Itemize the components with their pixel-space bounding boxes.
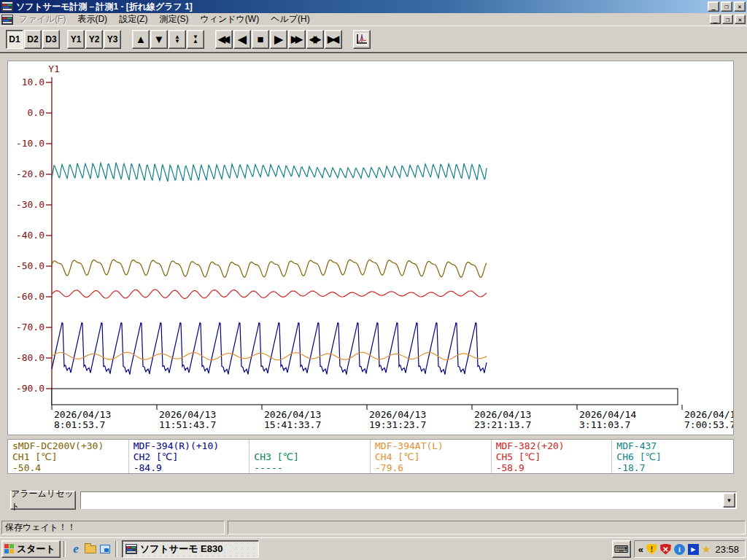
y-tick-label: -40.0 — [16, 230, 44, 241]
alarm-combo-value[interactable] — [81, 492, 722, 508]
chevron-down-icon: ▼ — [727, 497, 732, 504]
child-window-icon[interactable] — [1, 15, 13, 25]
y-tick-label: 0.0 — [28, 107, 44, 118]
show-desktop-icon — [100, 545, 110, 553]
graph-view-button[interactable] — [353, 30, 371, 49]
restore-button[interactable]: ❐ — [721, 1, 732, 12]
x-tick-date: 2026/04/14 — [684, 409, 733, 420]
scroll-down-button[interactable]: ▼ — [150, 30, 168, 49]
star-tray-icon[interactable]: ★ — [702, 543, 711, 555]
channel-value: -84.9 — [133, 462, 249, 473]
y-tick-label: -50.0 — [16, 260, 44, 271]
expand-horizontal-button[interactable]: ◀▶ — [306, 30, 324, 49]
taskbar: スタート e ソフトサーモ E830 ⌨ « ! ✕ i ▶ ★ 23:58 — [0, 537, 747, 560]
y2-button[interactable]: Y2 — [85, 30, 103, 49]
info-balloon-icon[interactable]: i — [674, 544, 685, 555]
legend-channel-5: MDF-382(+20) CH5 [℃] -58.9 — [492, 440, 613, 473]
alarm-reset-button[interactable]: アラームリセット — [10, 491, 76, 510]
line-chart: Y110.00.0-10.0-20.0-30.0-40.0-50.0-60.0-… — [8, 61, 733, 435]
toolbar: D1 D2 D3 Y1 Y2 Y3 ▲ ▼ ▲▼ ▼▲ ◀◀ ◀ ■ ▶ ▶▶ … — [0, 26, 747, 52]
x-tick-date: 2026/04/13 — [159, 409, 216, 420]
menu-file[interactable]: ファイル(F) — [13, 12, 71, 26]
internet-explorer-icon: e — [73, 542, 79, 556]
start-button[interactable]: スタート — [1, 540, 61, 558]
child-minimize-button[interactable]: _ — [710, 15, 721, 24]
step-back-button[interactable]: ◀ — [233, 30, 251, 49]
y1-button[interactable]: Y1 — [67, 30, 85, 49]
menu-help[interactable]: ヘルプ(H) — [265, 12, 316, 26]
minimize-button[interactable]: _ — [708, 1, 719, 12]
media-tray-icon[interactable]: ▶ — [688, 544, 699, 555]
taskbar-divider — [63, 541, 66, 557]
step-forward-button[interactable]: ▶ — [270, 30, 287, 49]
y-tick-label: -10.0 — [16, 138, 44, 149]
folder-icon — [85, 545, 96, 553]
channel-value: -50.4 — [12, 462, 128, 473]
quicklaunch-desktop-icon[interactable] — [98, 542, 112, 556]
rewind-icon: ◀◀ — [218, 34, 230, 44]
fast-forward-button[interactable]: ▶▶ — [288, 30, 306, 49]
quicklaunch-folder-icon[interactable] — [83, 542, 98, 556]
channel-label: CH5 [℃] — [496, 451, 612, 462]
d1-button[interactable]: D1 — [6, 30, 23, 49]
legend-channel-3: CH3 [℃] ----- — [249, 440, 371, 473]
channel-label: CH4 [℃] — [375, 451, 491, 462]
stop-icon: ■ — [257, 34, 263, 44]
task-button-softthermo[interactable]: ソフトサーモ E830 — [122, 540, 259, 558]
fast-forward-icon: ▶▶ — [291, 34, 303, 44]
y-tick-label: -60.0 — [16, 291, 44, 302]
system-tray: « ! ✕ i ▶ ★ 23:58 — [634, 540, 746, 558]
rewind-button[interactable]: ◀◀ — [215, 30, 233, 49]
child-close-button[interactable]: ✕ — [735, 15, 746, 24]
y-tick-label: -90.0 — [16, 383, 44, 394]
menu-settings[interactable]: 設定(Z) — [113, 12, 153, 26]
menu-view[interactable]: 表示(D) — [71, 12, 113, 26]
scroll-up-button[interactable]: ▲ — [132, 30, 150, 49]
compress-vertical-icon: ▼▲ — [193, 35, 198, 44]
channel-value: -58.9 — [496, 462, 612, 473]
security-warning-icon[interactable]: ! — [646, 544, 657, 555]
menu-bar: ファイル(F) 表示(D) 設定(Z) 測定(S) ウィンドウ(W) ヘルプ(H… — [0, 13, 747, 26]
d2-button[interactable]: D2 — [24, 30, 42, 49]
channel-label: CH3 [℃] — [254, 451, 370, 462]
menu-measure[interactable]: 測定(S) — [153, 12, 194, 26]
series-curve-ch4 — [52, 352, 487, 360]
x-tick-time: 23:21:13.7 — [474, 419, 531, 430]
quicklaunch-ie-icon[interactable]: e — [69, 542, 83, 556]
close-button[interactable]: ✕ — [734, 1, 746, 12]
x-tick-date: 2026/04/13 — [264, 409, 321, 420]
x-tick-date: 2026/04/14 — [579, 409, 636, 420]
expand-vertical-button[interactable]: ▲▼ — [169, 30, 186, 49]
start-label: スタート — [17, 542, 55, 556]
channel-legend: sMDF-DC200V(+30) CH1 [℃] -50.4 MDF-394(R… — [7, 439, 734, 474]
channel-value: ----- — [254, 462, 370, 473]
tray-chevron-icon[interactable]: « — [638, 544, 643, 555]
d3-button[interactable]: D3 — [42, 30, 60, 49]
channel-name: sMDF-DC200V(+30) — [12, 440, 128, 451]
left-arrow-icon: ◀ — [238, 34, 247, 44]
stop-button[interactable]: ■ — [252, 30, 269, 49]
menu-window[interactable]: ウィンドウ(W) — [194, 12, 265, 26]
child-restore-button[interactable]: ❐ — [722, 15, 733, 24]
channel-name — [254, 440, 370, 451]
keyboard-layout-button[interactable]: ⌨ — [612, 540, 631, 558]
channel-name: MDF-394AT(L) — [375, 440, 491, 451]
legend-channel-1: sMDF-DC200V(+30) CH1 [℃] -50.4 — [8, 440, 129, 473]
compress-vertical-button[interactable]: ▼▲ — [187, 30, 204, 49]
x-tick-date: 2026/04/13 — [54, 409, 111, 420]
time-range-box[interactable] — [52, 389, 678, 405]
title-bar: ソフトサーモ計測－計測1 - [折れ線グラフ 1] _ ❐ ✕ — [0, 0, 747, 13]
x-tick-time: 15:41:33.7 — [264, 419, 321, 430]
legend-channel-2: MDF-394(R)(+10) CH2 [℃] -84.9 — [129, 440, 250, 473]
series-curve-ch2 — [52, 323, 487, 375]
status-message: 保存ウェイト！！ — [1, 521, 225, 534]
alarm-combobox[interactable]: ▼ — [80, 491, 737, 509]
combo-dropdown-button[interactable]: ▼ — [723, 493, 735, 508]
compress-horizontal-button[interactable]: ▶◀ — [325, 30, 342, 49]
series-curve-ch6 — [52, 163, 487, 182]
y3-button[interactable]: Y3 — [104, 30, 121, 49]
channel-name: MDF-382(+20) — [496, 440, 612, 451]
y-tick-label: -70.0 — [16, 322, 44, 332]
x-tick-date: 2026/04/13 — [474, 409, 531, 420]
security-alert-icon[interactable]: ✕ — [660, 544, 671, 555]
